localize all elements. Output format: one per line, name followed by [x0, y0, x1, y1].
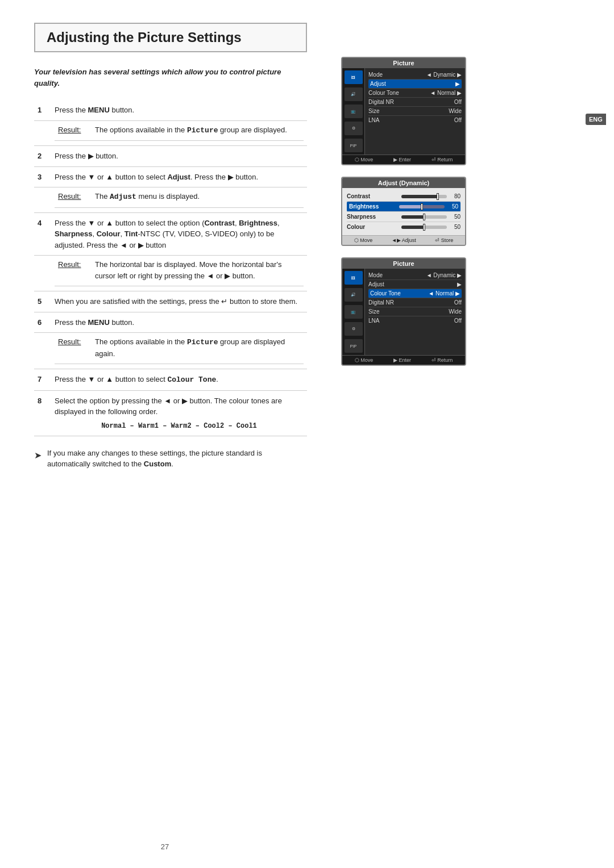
step-1-result-row: Result: The options available in the Pic… [34, 120, 307, 146]
sidebar-picture: 🖼 [345, 70, 363, 84]
tv-menu-row-lna: LNA Off [368, 116, 462, 124]
intro-paragraph: Your television has several settings whi… [34, 66, 307, 89]
step-3-row: 3 Press the ▼ or ▲ button to select Adju… [34, 166, 307, 187]
tv-menu-3-main: Mode ◄ Dynamic ▶ Adjust ▶ Colour Tone ◄ … [365, 269, 465, 355]
tv-menu-2-body: Contrast 80 Brightness [342, 188, 465, 235]
result-label-1: Result: [55, 123, 92, 141]
result-text-3: The Adjust menu is displayed. [92, 189, 304, 207]
step-4-content: Press the ▼ or ▲ button to select the op… [51, 212, 307, 256]
step-3-result: Result: The Adjust menu is displayed. [51, 187, 307, 213]
tv-menu-3-row-digitalnr: Digital NR Off [368, 298, 462, 307]
result-text-6: The options available in the Picture gro… [92, 335, 304, 364]
tv-menu-row-colourtone: Colour Tone ◄ Normal ▶ [368, 89, 462, 98]
eng-badge: ENG [586, 114, 606, 125]
tv-adjust-row-sharpness: Sharpness 50 [347, 212, 460, 222]
result-text-1: The options available in the Picture gro… [92, 123, 304, 141]
step-1-content: Press the MENU button. [51, 100, 307, 120]
steps-table: 1 Press the MENU button. Result: The opt… [34, 100, 307, 436]
contrast-bar [401, 195, 447, 198]
sharpness-bar [401, 215, 447, 219]
tv-adjust-row-contrast: Contrast 80 [347, 191, 460, 202]
step-1-result: Result: The options available in the Pic… [51, 120, 307, 146]
tv-menu-2: Adjust (Dynamic) Contrast 80 Brightnes [341, 177, 466, 246]
step-7-num: 7 [34, 369, 51, 391]
tv-menu-3-row-mode: Mode ◄ Dynamic ▶ [368, 271, 462, 280]
step-8-num: 8 [34, 390, 51, 436]
tv-menu-1-sidebar: 🖼 🔊 📺 ⚙ PIP [342, 68, 365, 155]
step-6-result: Result: The options available in the Pic… [51, 333, 307, 369]
step-3-content: Press the ▼ or ▲ button to select Adjust… [51, 166, 307, 187]
step-1-num: 1 [34, 100, 51, 120]
step-2-row: 2 Press the ▶ button. [34, 146, 307, 167]
tv-menu-1-main: Mode ◄ Dynamic ▶ Adjust ▶ Colour Tone ◄ … [365, 68, 465, 155]
tip-arrow-icon: ➤ [34, 449, 42, 462]
tv-menu-3-sidebar: 🖼 🔊 📺 ⚙ PIP [342, 269, 365, 355]
tv-menu-3-row-colourtone: Colour Tone ◄ Normal ▶ [368, 289, 462, 298]
tv-menu-3-title: Picture [342, 258, 465, 269]
tv-menu-1-title: Picture [342, 58, 465, 68]
step-1-keyword: MENU [88, 106, 110, 114]
step-6-content: Press the MENU button. [51, 312, 307, 333]
tv-menu-1-body: 🖼 🔊 📺 ⚙ PIP Mode ◄ Dynamic ▶ Adjust ▶ [342, 68, 465, 155]
sidebar-channel: 📺 [345, 105, 363, 118]
colour-bar [401, 226, 447, 229]
step-5-row: 5 When you are satisfied with the settin… [34, 291, 307, 312]
step-7-row: 7 Press the ▼ or ▲ button to select Colo… [34, 369, 307, 391]
tv-menu-1-footer: ⬡ Move ▶ Enter ⏎ Return [342, 155, 465, 164]
step-5-num: 5 [34, 291, 51, 312]
step-7-content: Press the ▼ or ▲ button to select Colour… [51, 369, 307, 391]
sidebar-pip-3: PIP [345, 339, 363, 353]
tv-menu-3-row-size: Size Wide [368, 307, 462, 316]
step-3-result-row: Result: The Adjust menu is displayed. [34, 187, 307, 213]
result-label-4: Result: [55, 257, 92, 286]
tv-menu-3-body: 🖼 🔊 📺 ⚙ PIP Mode ◄ Dynamic ▶ Adjust ▶ [342, 269, 465, 355]
step-3-num: 3 [34, 166, 51, 187]
step-4-row: 4 Press the ▼ or ▲ button to select the … [34, 212, 307, 256]
result-text-4: The horizontal bar is displayed. Move th… [92, 257, 304, 286]
tv-menu-row-size: Size Wide [368, 107, 462, 116]
title-box: Adjusting the Picture Settings [34, 23, 307, 52]
eng-badge-container: ENG [586, 114, 614, 125]
tv-adjust-row-colour: Colour 50 [347, 222, 460, 232]
page-number: 27 [161, 842, 169, 851]
sidebar-channel-3: 📺 [345, 305, 363, 319]
tv-menu-3-footer: ⬡ Move ▶ Enter ⏎ Return [342, 355, 465, 365]
tv-menu-2-footer: ⬡ Move ◄▶ Adjust ⏎ Store [342, 235, 465, 245]
step-2-content: Press the ▶ button. [51, 146, 307, 167]
tv-menu-3-row-adjust: Adjust ▶ [368, 280, 462, 289]
tip-box: ➤ If you make any changes to these setti… [34, 448, 307, 470]
step-8-row: 8 Select the option by pressing the ◄ or… [34, 390, 307, 436]
step-4-num: 4 [34, 212, 51, 256]
sidebar-function: ⚙ [345, 122, 363, 135]
tv-menu-row-mode: Mode ◄ Dynamic ▶ [368, 70, 462, 80]
sidebar-function-3: ⚙ [345, 322, 363, 336]
step-6-result-row: Result: The options available in the Pic… [34, 333, 307, 369]
tv-menu-3: Picture 🖼 🔊 📺 ⚙ PIP Mode ◄ Dynamic ▶ Adj… [341, 257, 466, 366]
step-6-row: 6 Press the MENU button. [34, 312, 307, 333]
step-2-num: 2 [34, 146, 51, 167]
tv-adjust-row-brightness: Brightness 50 [347, 202, 460, 212]
tv-menu-2-title: Adjust (Dynamic) [342, 178, 465, 188]
tip-text: If you make any changes to these setting… [47, 448, 307, 470]
sidebar-sound-3: 🔊 [345, 288, 363, 302]
right-content: Picture 🖼 🔊 📺 ⚙ PIP Mode ◄ Dynamic ▶ Adj… [330, 0, 489, 868]
sidebar-picture-3: 🖼 [345, 271, 363, 285]
step-4-result: Result: The horizontal bar is displayed.… [51, 256, 307, 291]
page-title: Adjusting the Picture Settings [47, 30, 294, 45]
result-label-6: Result: [55, 335, 92, 364]
step-8-content: Select the option by pressing the ◄ or ▶… [51, 390, 307, 436]
step-1-row: 1 Press the MENU button. [34, 100, 307, 120]
tv-menu-3-row-lna: LNA Off [368, 316, 462, 325]
colour-sequence: Normal – Warm1 – Warm2 – Cool2 – Cool1 [55, 421, 304, 431]
tv-menu-row-adjust: Adjust ▶ [368, 80, 462, 89]
result-label-3: Result: [55, 189, 92, 207]
step-4-result-row: Result: The horizontal bar is displayed.… [34, 256, 307, 291]
sidebar-sound: 🔊 [345, 87, 363, 101]
brightness-bar [399, 205, 445, 208]
left-content: Adjusting the Picture Settings Your tele… [0, 0, 330, 868]
step-6-num: 6 [34, 312, 51, 333]
step-5-content: When you are satisfied with the settings… [51, 291, 307, 312]
sidebar-pip: PIP [345, 139, 363, 152]
tv-menu-1: Picture 🖼 🔊 📺 ⚙ PIP Mode ◄ Dynamic ▶ Adj… [341, 57, 466, 165]
page: Adjusting the Picture Settings Your tele… [0, 0, 614, 868]
